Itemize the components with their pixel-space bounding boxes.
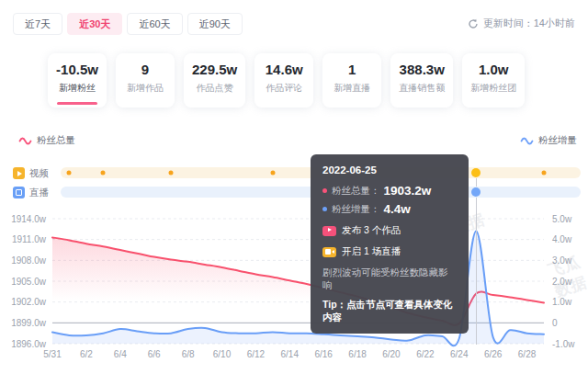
- stat-label: 直播销售额: [399, 82, 445, 95]
- stat-label: 作品评论: [263, 82, 305, 95]
- stat-value: 14.6w: [263, 62, 305, 77]
- tooltip-tip: Tip：点击节点可查看具体变化内容: [322, 299, 457, 324]
- right-axis-tick-label: 5.0w: [552, 214, 572, 224]
- refresh-icon[interactable]: [468, 18, 479, 29]
- update-time-label: 更新时间：14小时前: [483, 17, 575, 30]
- right-axis-tick-label: 2.0w: [552, 277, 572, 287]
- left-axis-tick-label: 1899.0w: [11, 318, 47, 328]
- x-axis-tick-label: 6/4: [114, 349, 127, 359]
- left-axis-tick-label: 1914.0w: [11, 214, 47, 224]
- left-axis-tick-label: 1896.0w: [11, 339, 47, 349]
- legend-total-label: 粉丝总量: [37, 134, 75, 147]
- stat-card[interactable]: 388.3w直播销售额: [390, 53, 453, 108]
- video-marker-dot[interactable]: [67, 171, 72, 176]
- left-axis-tick-label: 1902.0w: [11, 297, 47, 307]
- video-icon: [13, 167, 25, 179]
- tooltip-live-row: 开启 1 场直播: [322, 245, 457, 258]
- x-axis-tick-label: 6/28: [518, 349, 537, 359]
- metric-dot-icon: [322, 188, 327, 193]
- chart-crosshair: [476, 174, 477, 345]
- right-axis-tick-label: 4.0w: [552, 234, 572, 244]
- active-underline: [57, 102, 97, 105]
- time-range-tab[interactable]: 近60天: [127, 13, 182, 35]
- live-band-text: 直播: [29, 187, 49, 199]
- live-icon: [13, 187, 25, 198]
- x-axis-tick-label: 5/31: [43, 349, 62, 359]
- x-axis-tick-label: 6/26: [484, 349, 503, 359]
- legend-fan-increment[interactable]: 粉丝增量: [520, 134, 577, 147]
- x-axis-tick-label: 6/8: [182, 349, 195, 359]
- tooltip-publish-text: 发布 3 个作品: [342, 224, 401, 237]
- left-axis-tick-label: 1908.0w: [11, 255, 47, 266]
- stat-label: 新增直播: [331, 82, 373, 95]
- time-range-tab[interactable]: 近90天: [187, 13, 243, 35]
- video-marker-dot[interactable]: [270, 171, 275, 176]
- stat-card[interactable]: -10.5w新增粉丝: [48, 53, 107, 108]
- video-band-text: 视频: [29, 167, 49, 180]
- left-axis-tick-label: 1905.0w: [11, 277, 47, 287]
- metric-label: 粉丝总量：: [332, 185, 380, 198]
- stat-value: 1: [331, 62, 373, 77]
- x-axis-tick-label: 6/14: [281, 349, 300, 359]
- metric-dot-icon: [322, 207, 327, 211]
- stat-value: 388.3w: [399, 62, 445, 77]
- x-axis-tick-label: 6/22: [416, 349, 435, 359]
- stat-card[interactable]: 1新增直播: [322, 53, 381, 108]
- right-axis-tick-label: 3.0w: [552, 255, 572, 266]
- live-band-label: 直播: [13, 187, 49, 198]
- pink-wave-icon: [18, 137, 32, 145]
- time-range-tab[interactable]: 近7天: [13, 13, 62, 35]
- stat-value: 229.5w: [192, 62, 237, 77]
- tooltip-date: 2022-06-25: [322, 164, 457, 176]
- x-axis-tick-label: 6/12: [247, 349, 266, 359]
- blue-wave-icon: [520, 137, 534, 145]
- fans-trend-chart[interactable]: 1914.0w5.0w1911.0w4.0w1908.0w3.0w1905.0w…: [0, 209, 588, 372]
- metric-value: 1903.2w: [384, 184, 432, 198]
- x-axis-tick-label: 6/24: [450, 349, 469, 359]
- chart-tooltip: 2022-06-25 粉丝总量：1903.2w粉丝增量：4.4w 发布 3 个作…: [311, 154, 469, 334]
- update-time: 更新时间：14小时前: [468, 17, 575, 30]
- stat-label: 新增粉丝团: [470, 82, 516, 95]
- video-marker-dot[interactable]: [101, 171, 106, 176]
- time-range-tab[interactable]: 近30天: [67, 13, 122, 35]
- tooltip-note: 剧烈波动可能受粉丝数隐藏影响: [322, 266, 457, 292]
- right-axis-tick-label: 1.0w: [552, 297, 572, 307]
- legend-total-fans[interactable]: 粉丝总量: [18, 134, 75, 147]
- stat-card[interactable]: 1.0w新增粉丝团: [462, 53, 525, 108]
- stat-label: 作品点赞: [192, 82, 237, 95]
- video-band-label: 视频: [13, 167, 49, 179]
- x-axis-tick-label: 6/10: [213, 349, 232, 359]
- tooltip-live-text: 开启 1 场直播: [342, 245, 401, 258]
- stat-label: 新增作品: [124, 82, 166, 95]
- stat-value: 1.0w: [470, 62, 516, 77]
- play-icon: [322, 226, 336, 236]
- legend-increment-label: 粉丝增量: [538, 134, 577, 147]
- analytics-dashboard: 近7天近30天近60天近90天 更新时间：14小时前 -10.5w新增粉丝9新增…: [0, 0, 588, 374]
- video-marker-dot[interactable]: [169, 171, 174, 176]
- x-axis-tick-label: 6/2: [80, 349, 93, 359]
- tooltip-publish-row: 发布 3 个作品: [322, 224, 457, 237]
- tooltip-metrics: 粉丝总量：1903.2w粉丝增量：4.4w: [322, 184, 457, 216]
- stat-value: 9: [124, 62, 166, 77]
- camera-icon: [322, 247, 336, 257]
- video-marker-dot[interactable]: [542, 171, 547, 176]
- video-marker-dot[interactable]: [471, 168, 481, 177]
- stat-card[interactable]: 14.6w作品评论: [254, 53, 313, 108]
- metric-label: 粉丝增量：: [332, 203, 380, 216]
- stat-label: 新增粉丝: [56, 82, 98, 95]
- x-axis-tick-label: 6/18: [348, 349, 367, 359]
- live-marker-dot[interactable]: [471, 187, 481, 197]
- stats-row: -10.5w新增粉丝9新增作品229.5w作品点赞14.6w作品评论1新增直播3…: [48, 53, 525, 108]
- metric-value: 4.4w: [384, 202, 411, 216]
- stat-value: -10.5w: [56, 62, 98, 77]
- stat-card[interactable]: 9新增作品: [116, 53, 175, 108]
- tooltip-metric-row: 粉丝增量：4.4w: [322, 202, 457, 216]
- stat-card[interactable]: 229.5w作品点赞: [184, 53, 245, 108]
- right-axis-tick-label: -1.0w: [552, 339, 575, 349]
- x-axis-tick-label: 6/6: [148, 349, 161, 359]
- right-axis-tick-label: 0: [552, 318, 558, 328]
- time-range-tabs: 近7天近30天近60天近90天: [13, 13, 243, 35]
- x-axis-tick-label: 6/20: [382, 349, 401, 359]
- tooltip-metric-row: 粉丝总量：1903.2w: [322, 184, 457, 198]
- x-axis-tick-label: 6/16: [314, 349, 333, 359]
